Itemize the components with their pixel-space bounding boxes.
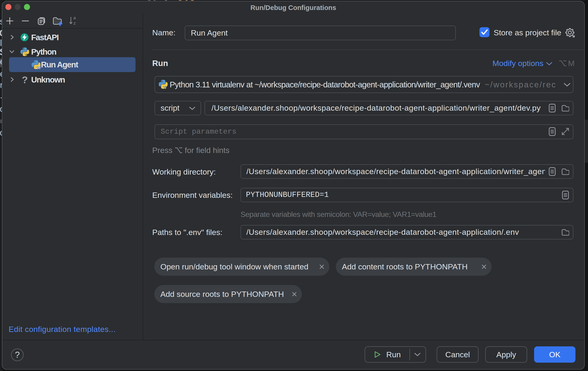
svg-text:z: z bbox=[74, 21, 76, 25]
svg-text:a: a bbox=[74, 17, 76, 20]
svg-text:v: v bbox=[164, 85, 166, 90]
